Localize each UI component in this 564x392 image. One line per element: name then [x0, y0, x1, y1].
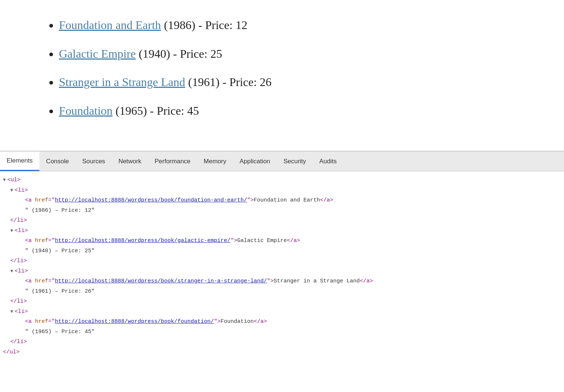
xml-attr-name: href: [35, 197, 48, 203]
xml-line: " (1940) – Price: 25": [0, 246, 564, 256]
xml-tag: <li>: [15, 228, 28, 234]
xml-tag: =": [48, 197, 55, 203]
xml-tag: <a: [25, 318, 35, 325]
xml-attr-value: http://localhost:8888/wordpress/book/gal…: [55, 238, 230, 244]
xml-line: ▼<li>: [0, 226, 564, 236]
xml-line: </li>: [0, 337, 564, 347]
list-item: Stranger in a Strange Land (1961) - Pric…: [59, 72, 535, 93]
xml-text: " (1965) – Price: 45": [25, 329, 95, 335]
xml-tag: <li>: [15, 187, 28, 193]
xml-tag: ">: [247, 197, 254, 203]
xml-tag: =": [48, 318, 55, 325]
triangle-icon: ▼: [10, 268, 13, 274]
xml-line: <a href="http://localhost:8888/wordpress…: [0, 195, 564, 206]
xml-line: " (1961) – Price: 26": [0, 286, 564, 297]
xml-attr-value: http://localhost:8888/wordpress/book/str…: [55, 278, 267, 284]
triangle-icon: ▼: [10, 309, 13, 314]
triangle-icon: ▼: [10, 188, 13, 193]
tab-console[interactable]: Console: [39, 152, 75, 171]
xml-line: </li>: [0, 256, 564, 266]
xml-tag: ">: [214, 318, 221, 325]
xml-line: " (1986) – Price: 12": [0, 206, 564, 216]
xml-link-text: Stranger in a Strange Land: [274, 278, 360, 284]
xml-tag: </li>: [10, 298, 27, 304]
xml-attr-value: http://localhost:8888/wordpress/book/fou…: [55, 318, 214, 325]
xml-line: <a href="http://localhost:8888/wordpress…: [0, 317, 564, 327]
tab-memory[interactable]: Memory: [197, 152, 233, 171]
book-link-foundation[interactable]: Foundation: [59, 104, 113, 117]
book-info: (1986) - Price: 12: [161, 18, 247, 32]
book-info: (1965) - Price: 45: [113, 104, 199, 117]
xml-tag: =": [48, 238, 55, 244]
tab-security[interactable]: Security: [277, 152, 313, 171]
xml-attr-name: href: [35, 238, 48, 244]
xml-line: ▼<li>: [0, 266, 564, 277]
list-item: Foundation (1965) - Price: 45: [59, 100, 535, 122]
xml-tag: </a>: [287, 238, 300, 244]
xml-text: " (1940) – Price: 25": [25, 248, 95, 254]
xml-tag: </li>: [10, 258, 27, 264]
devtools-panel: Elements Console Sources Network Perform…: [0, 151, 564, 361]
devtools-tab-bar: Elements Console Sources Network Perform…: [0, 152, 564, 171]
xml-tag: ">: [267, 278, 274, 284]
tab-application[interactable]: Application: [233, 152, 277, 171]
xml-link-text: Galactic Empire: [237, 238, 287, 244]
tab-audits[interactable]: Audits: [313, 152, 343, 171]
xml-tag: <a: [25, 278, 35, 284]
xml-tag: <a: [25, 197, 35, 203]
xml-text: " (1961) – Price: 26": [25, 288, 95, 295]
xml-tag: </a>: [320, 197, 333, 203]
xml-attr-name: href: [35, 278, 48, 284]
xml-text: " (1986) – Price: 12": [25, 207, 95, 214]
xml-line: <a href="http://localhost:8888/wordpress…: [0, 276, 564, 286]
xml-tag: </li>: [10, 339, 27, 345]
xml-line: </ul>: [0, 347, 564, 357]
book-list: Foundation and Earth (1986) - Price: 12 …: [44, 15, 535, 121]
xml-tag: ">: [230, 238, 237, 244]
xml-line: <a href="http://localhost:8888/wordpress…: [0, 236, 564, 246]
xml-tag: <li>: [15, 309, 28, 315]
book-link-foundation-and-earth[interactable]: Foundation and Earth: [59, 18, 161, 32]
book-link-stranger[interactable]: Stranger in a Strange Land: [59, 75, 185, 89]
tab-sources[interactable]: Sources: [75, 152, 112, 171]
book-link-galactic-empire[interactable]: Galactic Empire: [59, 47, 136, 60]
xml-tag: <li>: [15, 268, 28, 274]
xml-link-text: Foundation: [221, 318, 254, 325]
xml-tag: </ul>: [3, 349, 20, 355]
xml-tag: </a>: [360, 278, 373, 284]
xml-link-text: Foundation and Earth: [254, 197, 320, 203]
triangle-icon: ▼: [3, 177, 6, 183]
book-info: (1961) - Price: 26: [185, 75, 272, 89]
xml-attr-name: href: [35, 318, 48, 325]
tab-elements[interactable]: Elements: [0, 152, 39, 171]
xml-line: </li>: [0, 296, 564, 307]
devtools-content: ▼<ul> ▼<li> <a href="http://localhost:88…: [0, 171, 564, 361]
xml-line: </li>: [0, 215, 564, 226]
triangle-icon: ▼: [10, 228, 13, 234]
xml-line: ▼<ul>: [0, 175, 564, 185]
xml-line: ▼<li>: [0, 185, 564, 196]
xml-attr-value: http://localhost:8888/wordpress/book/fou…: [55, 197, 247, 203]
list-item: Galactic Empire (1940) - Price: 25: [59, 43, 535, 65]
xml-line: " (1965) – Price: 45": [0, 327, 564, 337]
xml-tag: </li>: [10, 217, 27, 224]
xml-line: ▼<li>: [0, 307, 564, 317]
book-info: (1940) - Price: 25: [136, 47, 222, 60]
browser-page-content: Foundation and Earth (1986) - Price: 12 …: [0, 0, 564, 151]
tab-performance[interactable]: Performance: [148, 152, 197, 171]
list-item: Foundation and Earth (1986) - Price: 12: [59, 15, 535, 36]
xml-tag: </a>: [254, 318, 267, 325]
xml-tag: =": [48, 278, 55, 284]
xml-tag: <ul>: [7, 177, 21, 183]
tab-network[interactable]: Network: [112, 152, 148, 171]
xml-tag: <a: [25, 238, 35, 244]
